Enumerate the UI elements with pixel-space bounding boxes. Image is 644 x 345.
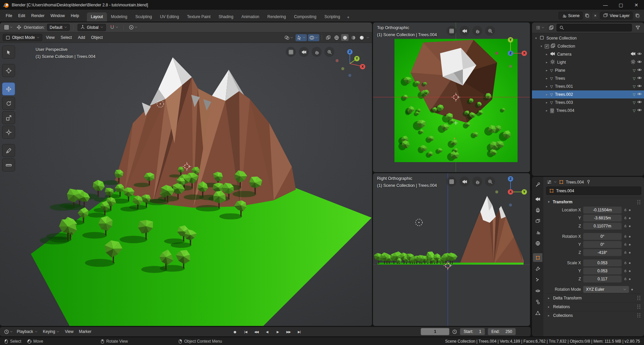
outliner-search-input[interactable]	[556, 24, 632, 31]
properties-tab-render[interactable]	[533, 195, 542, 203]
zoom-view-button[interactable]	[324, 47, 334, 57]
panel-drag-handle-icon[interactable]	[637, 200, 641, 204]
xray-toggle[interactable]	[324, 34, 332, 41]
outliner-row-plane[interactable]: ▸▽Plane▽	[532, 66, 644, 74]
ortho-grid-button[interactable]	[446, 26, 457, 36]
lock-open-icon[interactable]	[624, 242, 627, 247]
animate-dot-icon[interactable]	[629, 252, 631, 254]
tool-cursor-button[interactable]	[2, 64, 15, 77]
scene-selector[interactable]: Scene	[558, 12, 583, 19]
workspace-tab-uv-editing[interactable]: UV Editing	[156, 12, 183, 21]
transform-value-field[interactable]: -0.11504m	[583, 206, 622, 214]
disclosure-icon[interactable]: ▸	[545, 109, 549, 112]
transform-value-field[interactable]: -3.6815m	[583, 214, 622, 222]
properties-tab-particles[interactable]	[533, 275, 542, 284]
lock-open-icon[interactable]	[624, 208, 627, 212]
outliner-row-camera[interactable]: ▸Camera	[532, 50, 644, 58]
visibility-eye-icon[interactable]	[637, 91, 642, 97]
menu-edit[interactable]: Edit	[15, 12, 28, 19]
disclosure-icon[interactable]: ▸	[545, 93, 549, 96]
animate-dot-icon[interactable]	[629, 278, 631, 280]
lock-open-icon[interactable]	[624, 269, 627, 273]
camera-view-button[interactable]	[460, 177, 470, 187]
camera-view-button[interactable]	[299, 47, 309, 57]
next-keyframe-button[interactable]: ▶▶	[284, 329, 293, 334]
previous-keyframe-button[interactable]: ◀◀	[252, 329, 261, 334]
properties-tab-tool[interactable]	[533, 180, 542, 189]
zoom-view-button[interactable]	[485, 26, 495, 36]
timeline-menu-keying[interactable]: Keying	[40, 328, 62, 335]
gizmos-toggle[interactable]	[296, 34, 307, 41]
menu-file[interactable]: File	[3, 12, 15, 19]
transform-value-field[interactable]: 0°	[583, 233, 622, 240]
close-button[interactable]: ✕	[629, 0, 644, 10]
timeline-editor-type-button[interactable]	[3, 328, 14, 335]
object-name-field[interactable]: Trees.004	[546, 187, 641, 195]
editor-type-button[interactable]	[3, 24, 14, 31]
workspace-tab-shading[interactable]: Shading	[215, 12, 237, 21]
panel-collections[interactable]: ▸Collections	[546, 311, 641, 320]
proportional-edit-toggle[interactable]	[127, 24, 139, 31]
tool-annotate-button[interactable]	[2, 144, 15, 157]
lock-open-icon[interactable]	[624, 224, 627, 228]
orientation-dropdown[interactable]: Default	[47, 24, 70, 31]
camera-view-button[interactable]	[460, 26, 470, 36]
delete-scene-button[interactable]: ×	[592, 12, 599, 19]
visibility-eye-icon[interactable]	[637, 75, 642, 81]
viewport-right-area[interactable]: ZYX Right Orthographic (1) Scene Collect…	[373, 173, 530, 326]
animate-dot-icon[interactable]	[631, 289, 633, 290]
outliner-filter-button[interactable]	[634, 24, 642, 31]
lock-open-icon[interactable]	[624, 216, 627, 220]
transform-value-field[interactable]: 0°	[583, 241, 622, 248]
panel-drag-handle-icon[interactable]	[637, 313, 641, 318]
outliner-editor-type-button[interactable]	[534, 24, 546, 31]
lock-open-icon[interactable]	[624, 250, 627, 255]
visibility-eye-icon[interactable]	[637, 108, 642, 114]
properties-tab-modifiers[interactable]	[533, 264, 542, 273]
viewport-menu-add[interactable]: Add	[75, 34, 88, 41]
outliner-row-trees[interactable]: ▸▽Trees▽	[532, 74, 644, 82]
visibility-eye-icon[interactable]	[637, 99, 642, 106]
panel-delta-transform[interactable]: ▸Delta Transform	[546, 293, 641, 302]
animate-dot-icon[interactable]	[629, 244, 631, 246]
disclosure-icon[interactable]: ▾	[534, 37, 538, 40]
add-workspace-button[interactable]: +	[344, 13, 353, 21]
transform-panel-header[interactable]: ▼ Transform	[546, 198, 641, 206]
panel-relations[interactable]: ▸Relations	[546, 302, 641, 311]
mode-dropdown[interactable]: Object Mode	[3, 34, 42, 41]
panel-drag-handle-icon[interactable]	[637, 296, 641, 300]
transform-value-field[interactable]: -418°	[583, 249, 622, 256]
outliner-row-trees-003[interactable]: ▸▽Trees.003▽	[532, 98, 644, 107]
timeline-menu-view[interactable]: View	[62, 328, 76, 335]
jump-to-start-button[interactable]: |◀	[241, 329, 250, 334]
tool-box-select-button[interactable]	[2, 46, 15, 59]
animate-dot-icon[interactable]	[629, 270, 631, 272]
workspace-tab-sculpting[interactable]: Sculpting	[131, 12, 156, 21]
tool-scale-button[interactable]	[2, 111, 15, 124]
properties-tab-physics[interactable]	[533, 286, 542, 295]
workspace-tab-compositing[interactable]: Compositing	[290, 12, 320, 21]
lock-open-icon[interactable]	[624, 261, 627, 265]
visibility-eye-icon[interactable]	[637, 51, 642, 57]
properties-tab-object[interactable]	[533, 253, 542, 262]
ortho-grid-button[interactable]	[286, 47, 296, 57]
tool-move-button[interactable]	[2, 82, 15, 95]
visibility-eye-icon[interactable]	[637, 83, 642, 89]
new-view-layer-button[interactable]	[634, 12, 641, 19]
shading-material-button[interactable]	[350, 34, 357, 41]
collection-checkbox[interactable]: ✓	[545, 44, 549, 49]
menu-help[interactable]: Help	[68, 12, 82, 19]
transform-value-field[interactable]: 0.117	[583, 275, 622, 283]
object-visibility-dropdown[interactable]	[283, 34, 294, 41]
disclosure-icon[interactable]: ▸	[545, 85, 549, 88]
viewport-menu-select[interactable]: Select	[58, 34, 75, 41]
viewport-canvas[interactable]: ZYX User Perspective (1) Scene Collectio…	[0, 43, 372, 326]
maximize-button[interactable]: ▢	[613, 0, 629, 10]
transform-value-field[interactable]: 0.11077m	[583, 222, 622, 230]
snap-toggle[interactable]	[108, 24, 120, 31]
play-button[interactable]: ▶	[273, 329, 282, 334]
animate-dot-icon[interactable]	[629, 209, 631, 211]
shading-rendered-button[interactable]	[358, 34, 365, 41]
transform-value-field[interactable]: 0.053	[583, 267, 622, 275]
properties-tab-constraints[interactable]	[533, 297, 542, 306]
